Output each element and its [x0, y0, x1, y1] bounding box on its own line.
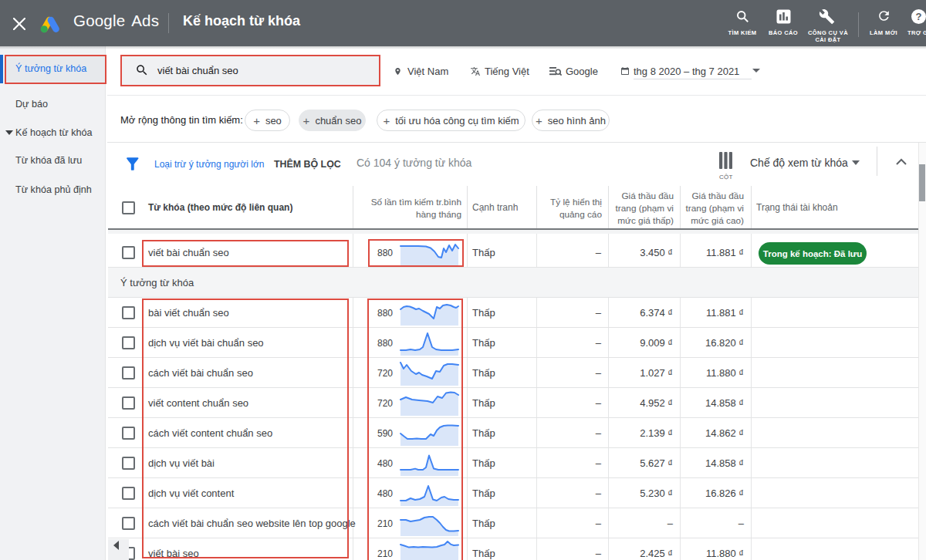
svg-text:?: ? — [916, 11, 922, 22]
